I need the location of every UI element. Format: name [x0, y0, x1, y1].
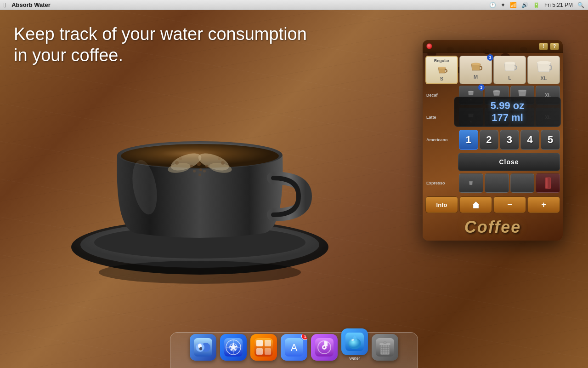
tagline-line1: Keep track of your water consumption [14, 24, 307, 45]
svg-marker-31 [472, 201, 480, 208]
coffee-cup-illustration [28, 47, 372, 300]
dock-items: A 1 [190, 328, 398, 364]
info-button[interactable]: Info [425, 196, 458, 213]
launchpad-icon [220, 334, 247, 361]
plus-button[interactable]: + [527, 196, 560, 213]
num-4-btn[interactable]: 4 [520, 130, 540, 150]
svg-point-16 [175, 161, 179, 165]
svg-point-27 [493, 90, 500, 92]
home-button[interactable] [459, 196, 492, 213]
expresso-cup-icon [467, 179, 475, 187]
montage-icon [250, 334, 277, 361]
battery-icon: 🔋 [533, 2, 540, 8]
tagline: Keep track of your water consumption in … [14, 24, 307, 66]
decaf-s-badge: 3 [478, 84, 485, 91]
svg-point-52 [323, 346, 325, 348]
latte-label: Latte [425, 115, 458, 120]
help-button[interactable]: ? [550, 43, 559, 50]
water-app-icon [341, 328, 368, 355]
cup-xl-icon [535, 59, 553, 75]
dock-item-trash[interactable] [372, 334, 398, 361]
close-button[interactable]: Close [458, 153, 560, 171]
m-badge: 3 [487, 54, 493, 61]
expresso-label: Expresso [425, 181, 458, 185]
apple-menu[interactable]:  [4, 1, 6, 9]
svg-rect-44 [265, 340, 271, 346]
svg-point-22 [438, 67, 446, 69]
americano-label: Americano [425, 138, 458, 142]
wifi-icon: 📶 [510, 2, 517, 8]
widget-titlebar: ! ? [423, 40, 563, 53]
dock-item-itunes[interactable] [311, 334, 338, 361]
svg-rect-46 [265, 348, 271, 355]
dock: A 1 [0, 327, 588, 368]
americano-section: Americano 1 2 3 4 [423, 130, 563, 151]
time-display: Fri 5:21 PM [544, 2, 573, 8]
cup-m-icon [469, 60, 483, 74]
svg-point-24 [504, 62, 515, 64]
itunes-icon [311, 334, 338, 361]
svg-point-11 [198, 173, 201, 176]
expresso-s-btn[interactable] [459, 173, 483, 193]
svg-point-15 [203, 170, 206, 172]
dock-item-water[interactable]: Water [341, 328, 368, 361]
svg-text:A: A [291, 342, 298, 353]
size-selector: Regular S M [423, 53, 563, 86]
cup-l-icon [502, 59, 518, 75]
dock-item-launchpad[interactable] [220, 334, 247, 361]
size-m[interactable]: M 3 [459, 56, 492, 84]
size-regular-s[interactable]: Regular S [425, 56, 458, 84]
num-5-btn[interactable]: 5 [541, 130, 560, 150]
svg-point-18 [221, 161, 225, 165]
svg-point-26 [468, 91, 474, 92]
measurement-display: 5.99 oz 177 ml [454, 97, 561, 127]
clock-icon: 🕐 [489, 2, 496, 8]
menubar:  Absorb Water 🕐 ✦ 📶 🔊 🔋 Fri 5:21 PM 🔍 [0, 0, 588, 10]
dock-item-finder[interactable] [190, 334, 216, 361]
expresso-powerdrink-btn[interactable] [536, 173, 560, 193]
desktop: Keep track of your water consumption in … [0, 10, 588, 368]
dock-item-montage[interactable] [250, 334, 277, 361]
size-xl[interactable]: XL [527, 56, 560, 84]
appstore-badge: 1 [301, 334, 307, 340]
svg-point-19 [218, 157, 220, 160]
svg-rect-43 [256, 340, 263, 346]
coffee-title-text: Coffee [423, 216, 563, 241]
m-letter: M [474, 74, 478, 80]
cup-s-icon [436, 64, 448, 76]
l-letter: L [508, 75, 511, 80]
regular-label: Regular [434, 58, 450, 63]
num-1-btn[interactable]: 1 [459, 130, 478, 150]
minus-button[interactable]: − [493, 196, 526, 213]
expresso-row: Expresso [423, 172, 563, 194]
svg-point-12 [190, 165, 193, 167]
appstore-icon: A 1 [281, 334, 307, 361]
expresso-m-btn[interactable] [485, 173, 509, 193]
water-dock-label: Water [349, 356, 360, 361]
app-widget: ! ? Regular S [423, 40, 563, 241]
home-icon [471, 201, 481, 209]
num-3-btn[interactable]: 3 [500, 130, 519, 150]
svg-point-23 [471, 63, 481, 65]
dock-item-appstore[interactable]: A 1 [281, 334, 307, 361]
app-name[interactable]: Absorb Water [11, 1, 51, 8]
close-window-button[interactable] [426, 43, 432, 49]
svg-point-9 [197, 162, 201, 166]
svg-point-28 [518, 90, 526, 92]
alert-button[interactable]: ! [539, 43, 548, 50]
decaf-label: Decaf [425, 93, 458, 98]
svg-point-21 [99, 261, 301, 284]
svg-rect-66 [384, 342, 386, 344]
size-l[interactable]: L [493, 56, 526, 84]
search-icon[interactable]: 🔍 [577, 2, 584, 8]
bluetooth-icon: ✦ [501, 2, 505, 8]
num-2-btn[interactable]: 2 [480, 130, 499, 150]
expresso-l-btn[interactable] [510, 173, 535, 193]
svg-point-17 [179, 157, 182, 160]
svg-point-25 [537, 61, 551, 64]
finder-icon [190, 334, 216, 361]
svg-rect-30 [546, 178, 548, 188]
trash-icon [372, 334, 398, 361]
action-buttons: Info − + [423, 195, 563, 216]
powerdrink-icon [543, 177, 553, 190]
